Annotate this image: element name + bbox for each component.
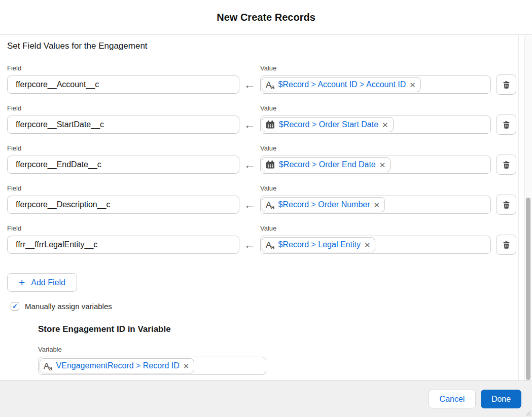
text-type-icon: Aa	[266, 201, 274, 209]
field-value-row: Field fferpcore__Account__c ← Value Aa $…	[7, 64, 524, 94]
value-pill[interactable]: $Record > Order Start Date ✕	[262, 117, 394, 132]
value-pill[interactable]: Aa $Record > Account ID > Account ID ✕	[262, 77, 421, 92]
value-pill-text: $Record > Order Number	[278, 200, 370, 209]
arrow-left-icon: ←	[239, 156, 260, 174]
field-input[interactable]: fferpcore__StartDate__c	[7, 116, 239, 134]
field-input-text: fferpcore__Description__c	[8, 200, 110, 209]
remove-icon[interactable]: ✕	[183, 362, 190, 370]
delete-row-button[interactable]	[496, 235, 516, 255]
arrow-left-icon: ←	[239, 236, 260, 254]
value-input[interactable]: Aa $Record > Order Number ✕	[260, 196, 491, 214]
value-input[interactable]: $Record > Order End Date ✕	[260, 156, 491, 174]
trash-icon	[502, 201, 511, 209]
manually-assign-variables-checkbox[interactable]: ✓	[11, 302, 19, 311]
value-pill[interactable]: $Record > Order End Date ✕	[262, 157, 391, 172]
remove-icon[interactable]: ✕	[382, 121, 388, 129]
variable-pill-text: VEngagementRecord > Record ID	[56, 361, 180, 370]
field-value-row: Field fferpcore__Description__c ← Value …	[7, 184, 524, 214]
value-pill-text: $Record > Order Start Date	[279, 120, 378, 129]
value-pill-text: $Record > Account ID > Account ID	[278, 80, 406, 89]
arrow-left-icon: ←	[239, 196, 260, 214]
field-value-row: Field ffrr__ffrrLegalEntity__c ← Value A…	[7, 224, 524, 254]
text-type-icon: Aa	[266, 81, 274, 89]
delete-row-button[interactable]	[496, 195, 516, 215]
variable-label: Variable	[38, 346, 524, 353]
value-label: Value	[260, 64, 491, 72]
field-input[interactable]: fferpcore__EndDate__c	[7, 156, 239, 174]
manually-assign-variables-label: Manually assign variables	[25, 302, 112, 311]
value-label: Value	[260, 104, 491, 112]
cancel-button[interactable]: Cancel	[429, 390, 476, 408]
trash-icon	[502, 241, 511, 249]
add-field-label: Add Field	[31, 278, 65, 287]
done-button[interactable]: Done	[481, 390, 521, 408]
field-label: Field	[7, 144, 239, 152]
section-heading: Set Field Values for the Engagement	[7, 41, 524, 51]
field-input-text: ffrr__ffrrLegalEntity__c	[8, 240, 97, 249]
checkmark-icon: ✓	[12, 303, 18, 310]
plus-icon: +	[19, 277, 25, 288]
value-input[interactable]: Aa $Record > Account ID > Account ID ✕	[260, 75, 491, 94]
value-pill-text: $Record > Order End Date	[279, 160, 376, 169]
delete-row-button[interactable]	[496, 74, 516, 95]
value-label: Value	[260, 224, 491, 232]
value-label: Value	[260, 184, 491, 192]
value-label: Value	[260, 144, 491, 152]
text-type-icon: Aa	[44, 362, 52, 370]
trash-icon	[502, 161, 511, 169]
remove-icon[interactable]: ✕	[379, 161, 386, 169]
field-label: Field	[7, 224, 239, 232]
field-value-row: Field fferpcore__EndDate__c ← Value $Rec…	[7, 144, 524, 174]
store-variable-heading: Store Engagement ID in Variable	[38, 324, 524, 334]
calendar-icon	[266, 120, 275, 129]
field-label: Field	[7, 184, 239, 192]
field-input[interactable]: fferpcore__Account__c	[7, 75, 239, 94]
field-value-row: Field fferpcore__StartDate__c ← Value $R…	[7, 104, 524, 134]
field-rows: Field fferpcore__Account__c ← Value Aa $…	[7, 64, 524, 254]
dialog-title: New Create Records	[217, 12, 315, 23]
variable-pill[interactable]: Aa VEngagementRecord > Record ID ✕	[40, 358, 194, 373]
value-input[interactable]: $Record > Order Start Date ✕	[260, 116, 491, 134]
store-variable-section: Store Engagement ID in Variable Variable…	[38, 324, 524, 375]
value-pill[interactable]: Aa $Record > Order Number ✕	[262, 197, 385, 212]
add-field-button[interactable]: + Add Field	[7, 273, 77, 292]
remove-icon[interactable]: ✕	[364, 241, 371, 249]
value-pill[interactable]: Aa $Record > Legal Entity ✕	[262, 237, 375, 252]
dialog-footer: Cancel Done	[0, 381, 532, 417]
trash-icon	[502, 81, 511, 89]
arrow-left-icon: ←	[239, 75, 260, 94]
scrollbar-track[interactable]	[524, 35, 532, 381]
field-label: Field	[7, 104, 239, 112]
content-right-border	[518, 35, 519, 381]
delete-row-button[interactable]	[496, 115, 516, 135]
delete-row-button[interactable]	[496, 155, 516, 175]
variable-input[interactable]: Aa VEngagementRecord > Record ID ✕	[38, 357, 266, 375]
dialog-body: Set Field Values for the Engagement Fiel…	[0, 35, 532, 381]
trash-icon	[502, 121, 511, 129]
manually-assign-variables-row: ✓ Manually assign variables	[11, 302, 524, 311]
dialog-header: New Create Records	[0, 0, 532, 35]
field-input-text: fferpcore__StartDate__c	[8, 120, 104, 129]
field-input-text: fferpcore__Account__c	[8, 80, 99, 89]
remove-icon[interactable]: ✕	[409, 81, 416, 89]
value-pill-text: $Record > Legal Entity	[278, 240, 361, 249]
arrow-left-icon: ←	[239, 116, 260, 134]
value-input[interactable]: Aa $Record > Legal Entity ✕	[260, 236, 491, 254]
field-label: Field	[7, 64, 239, 72]
field-input[interactable]: ffrr__ffrrLegalEntity__c	[7, 236, 239, 254]
remove-icon[interactable]: ✕	[374, 201, 380, 209]
calendar-icon	[266, 160, 275, 169]
text-type-icon: Aa	[266, 241, 274, 249]
scrollbar-thumb[interactable]	[526, 198, 530, 380]
resize-grip-icon[interactable]	[525, 410, 531, 416]
field-input[interactable]: fferpcore__Description__c	[7, 196, 239, 214]
new-create-records-dialog: New Create Records Set Field Values for …	[0, 0, 532, 417]
field-input-text: fferpcore__EndDate__c	[8, 160, 101, 169]
